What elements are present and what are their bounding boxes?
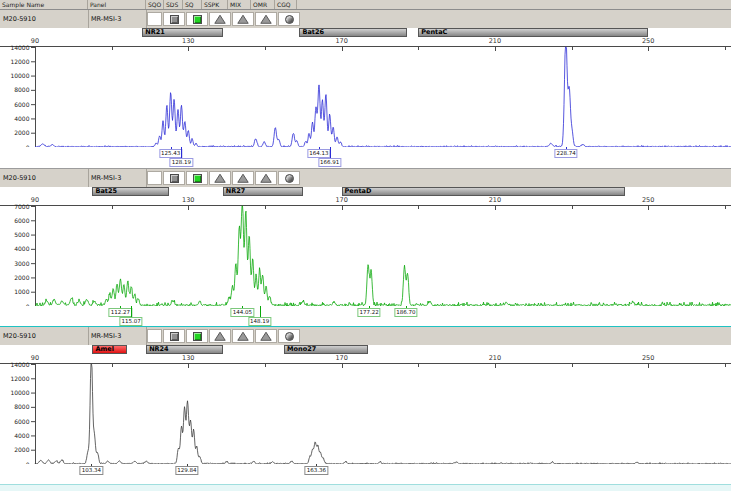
size-ruler: 90130170210250 <box>0 38 731 46</box>
electropherogram[interactable]: 02000400060008000100001200014000 <box>0 46 731 147</box>
square-icon <box>193 174 202 183</box>
omr-flag[interactable] <box>255 329 277 343</box>
ruler-tick-label: 170 <box>335 37 347 45</box>
panel-name: MR-MSI-3 <box>91 15 121 23</box>
svg-text:12000: 12000 <box>10 375 29 382</box>
peak-label[interactable]: 164.13 <box>307 149 330 158</box>
electropherogram[interactable]: 02000400060008000100001200014000 <box>0 363 731 464</box>
flag-cell-empty <box>147 329 162 343</box>
peak-leader-line <box>131 306 132 317</box>
trace-svg: 01000200030004000500060007000 <box>0 206 731 307</box>
svg-text:8000: 8000 <box>14 86 29 93</box>
peak-label[interactable]: 186.70 <box>394 308 417 317</box>
sample-info-row[interactable]: M20-5910 MR-MSI-3 <box>0 10 731 28</box>
sample-name: M20-5910 <box>3 15 36 23</box>
ruler-tick-mark <box>342 364 343 368</box>
marker-pentad[interactable]: PentaD <box>342 187 626 196</box>
sds-flag[interactable] <box>163 12 185 26</box>
electropherogram[interactable]: 01000200030004000500060007000 <box>0 205 731 306</box>
sds-flag[interactable] <box>163 329 185 343</box>
svg-text:14000: 14000 <box>10 44 29 51</box>
marker-pentac[interactable]: PentaC <box>418 28 648 37</box>
sample-panel-1[interactable]: M20-5910 MR-MSI-3 NR21Bat26PentaC 901301… <box>0 10 731 168</box>
trace-line <box>35 206 731 306</box>
header-col-sqo: SQO <box>146 0 164 9</box>
ruler-tick-label: 90 <box>31 354 39 362</box>
sspk-flag[interactable] <box>209 12 231 26</box>
svg-text:14000: 14000 <box>10 361 29 368</box>
marker-row: NR21Bat26PentaC <box>0 28 731 38</box>
svg-text:6000: 6000 <box>14 217 29 224</box>
peak-label[interactable]: 128.19 <box>170 158 193 167</box>
marker-bat26[interactable]: Bat26 <box>299 28 406 37</box>
triangle-icon <box>214 14 226 24</box>
circle-icon <box>285 174 294 183</box>
flag-cell-empty <box>147 12 162 26</box>
sds-flag[interactable] <box>163 171 185 185</box>
omr-flag[interactable] <box>255 12 277 26</box>
svg-text:4000: 4000 <box>14 115 29 122</box>
peak-label[interactable]: 144.05 <box>231 308 254 317</box>
cgq-flag[interactable] <box>278 171 300 185</box>
header-col-sds: SDS <box>164 0 183 9</box>
circle-icon <box>285 15 294 24</box>
ruler-tick-mark <box>112 47 113 50</box>
flag-cells <box>147 329 301 343</box>
marker-nr21[interactable]: NR21 <box>142 28 222 37</box>
header-col-sspk: SSPK <box>202 0 228 9</box>
marker-mono27[interactable]: Mono27 <box>284 345 368 354</box>
peak-label-area: 125.43128.19164.13166.91228.74 <box>0 147 731 168</box>
omr-flag[interactable] <box>255 171 277 185</box>
svg-text:7000: 7000 <box>14 203 29 210</box>
ruler-tick-mark <box>418 364 419 367</box>
peak-leader-line <box>260 306 261 317</box>
peak-label[interactable]: 125.43 <box>159 149 182 158</box>
table-header: Sample NamePanelSQOSDSSQSSPKMIXOMRCGQ <box>0 0 731 10</box>
ruler-tick-label: 130 <box>182 37 194 45</box>
peak-label[interactable]: 112.27 <box>109 308 132 317</box>
ruler-tick-mark <box>572 47 573 50</box>
peak-label[interactable]: 177.22 <box>358 308 381 317</box>
peak-label[interactable]: 163.36 <box>305 466 328 475</box>
mix-flag[interactable] <box>232 171 254 185</box>
marker-nr24[interactable]: NR24 <box>146 345 223 354</box>
sample-info-row[interactable]: M20-5910 MR-MSI-3 <box>0 327 731 345</box>
ruler-tick-mark <box>35 47 36 51</box>
peak-label[interactable]: 148.19 <box>248 317 271 326</box>
svg-text:5000: 5000 <box>14 231 29 238</box>
sspk-flag[interactable] <box>209 329 231 343</box>
ruler-tick-label: 170 <box>335 196 347 204</box>
trace-svg: 02000400060008000100001200014000 <box>0 47 731 148</box>
peak-label[interactable]: 103.34 <box>80 466 103 475</box>
ruler-tick-mark <box>495 206 496 210</box>
marker-bat25[interactable]: Bat25 <box>92 187 169 196</box>
peak-label[interactable]: 129.84 <box>175 466 198 475</box>
sample-info-row[interactable]: M20-5910 MR-MSI-3 <box>0 169 731 187</box>
square-icon <box>170 174 179 183</box>
sq-flag[interactable] <box>186 329 208 343</box>
sample-panel-3[interactable]: M20-5910 MR-MSI-3 AmelNR24Mono27 9013017… <box>0 326 731 484</box>
ruler-tick-label: 250 <box>642 196 654 204</box>
peak-label[interactable]: 228.74 <box>555 149 578 158</box>
sq-flag[interactable] <box>186 12 208 26</box>
peak-label[interactable]: 115.07 <box>120 317 143 326</box>
mix-flag[interactable] <box>232 12 254 26</box>
sample-panel-2[interactable]: M20-5910 MR-MSI-3 Bat25NR27PentaD 901301… <box>0 168 731 326</box>
svg-text:6000: 6000 <box>14 418 29 425</box>
ruler-tick-mark <box>572 206 573 209</box>
triangle-icon <box>214 331 226 341</box>
svg-text:8000: 8000 <box>14 403 29 410</box>
cgq-flag[interactable] <box>278 329 300 343</box>
ruler-tick-mark <box>648 206 649 210</box>
marker-nr27[interactable]: NR27 <box>223 187 303 196</box>
sspk-flag[interactable] <box>209 171 231 185</box>
sample-name: M20-5910 <box>3 174 36 182</box>
sq-flag[interactable] <box>186 171 208 185</box>
marker-amel[interactable]: Amel <box>92 345 126 354</box>
peak-label[interactable]: 166.91 <box>318 158 341 167</box>
cgq-flag[interactable] <box>278 12 300 26</box>
mix-flag[interactable] <box>232 329 254 343</box>
ruler-tick-mark <box>112 364 113 367</box>
ruler-tick-mark <box>188 206 189 210</box>
ruler-tick-label: 210 <box>489 354 501 362</box>
